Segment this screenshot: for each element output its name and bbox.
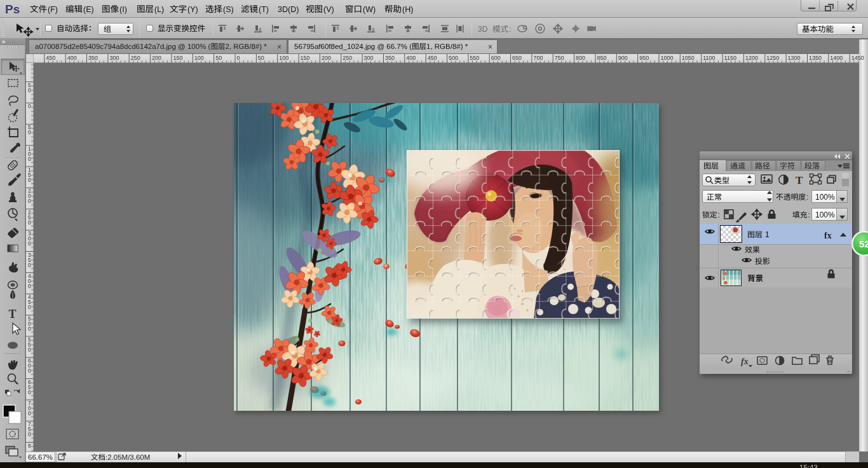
svg-text:T: T <box>9 308 17 320</box>
svg-text:fx: fx <box>741 357 749 366</box>
svg-text:T: T <box>796 174 803 186</box>
